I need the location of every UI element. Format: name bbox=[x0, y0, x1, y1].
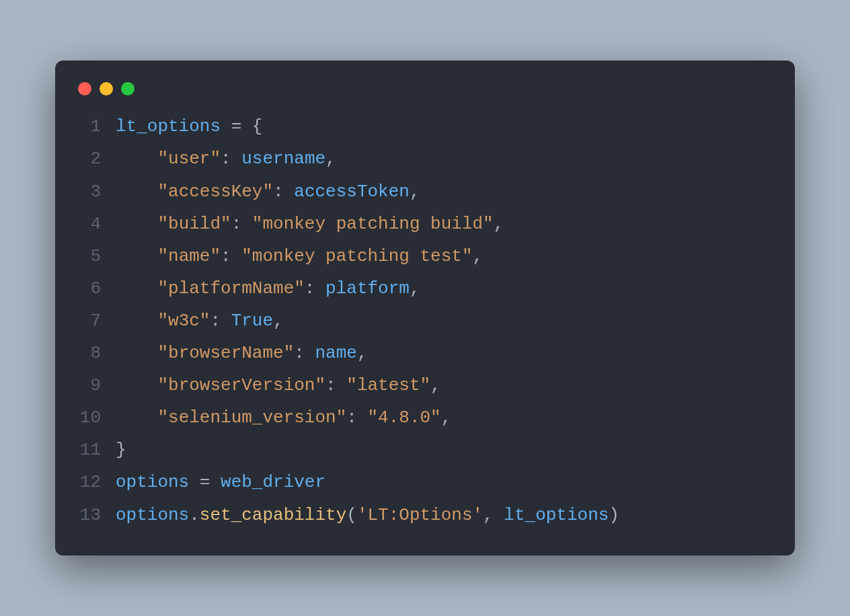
token-ident: options bbox=[116, 505, 189, 525]
token-punct: : bbox=[294, 343, 305, 363]
token-punct: , bbox=[473, 246, 484, 266]
token-str: "monkey patching test" bbox=[241, 246, 472, 266]
token-ident: platform bbox=[325, 278, 410, 299]
token-var bbox=[241, 116, 252, 137]
token-key: "accessKey" bbox=[157, 182, 273, 202]
token-key: "browserName" bbox=[157, 343, 294, 363]
token-punct: : bbox=[210, 311, 221, 331]
token-punct: , bbox=[273, 311, 284, 331]
code-line: 10 "selenium_version": "4.8.0", bbox=[77, 401, 773, 434]
line-number: 9 bbox=[77, 369, 116, 401]
code-line: 13options.set_capability('LT:Options', l… bbox=[77, 499, 773, 531]
token-ident: name bbox=[315, 343, 356, 363]
token-punct: : bbox=[273, 182, 284, 202]
code-line: 2 "user": username, bbox=[77, 143, 773, 175]
token-punct: : bbox=[305, 278, 315, 299]
code-line: 3 "accessKey": accessToken, bbox=[77, 176, 773, 208]
token-func: set_capability bbox=[200, 505, 346, 525]
line-content: lt_options = { bbox=[116, 110, 773, 143]
window-titlebar bbox=[77, 79, 773, 110]
code-window: 1lt_options = {2 "user": username,3 "acc… bbox=[55, 61, 795, 555]
token-punct: : bbox=[221, 246, 231, 266]
line-number: 10 bbox=[77, 401, 116, 434]
token-op: = bbox=[200, 472, 210, 492]
token-var bbox=[116, 278, 157, 299]
token-str: "latest" bbox=[346, 375, 430, 395]
token-ident: web_driver bbox=[221, 472, 325, 492]
token-var bbox=[116, 375, 157, 395]
line-content: } bbox=[116, 434, 773, 466]
code-line: 4 "build": "monkey patching build", bbox=[77, 208, 773, 240]
token-punct: , bbox=[410, 182, 420, 202]
token-str: "monkey patching build" bbox=[252, 214, 494, 234]
token-punct: : bbox=[346, 408, 357, 428]
token-op: = bbox=[231, 116, 242, 137]
token-var bbox=[221, 116, 231, 137]
code-line: 11} bbox=[77, 434, 773, 466]
window-minimize-icon[interactable] bbox=[100, 82, 113, 95]
token-str: "4.8.0" bbox=[368, 408, 441, 428]
line-content: options = web_driver bbox=[116, 466, 773, 498]
token-var bbox=[210, 472, 221, 492]
code-line: 6 "platformName": platform, bbox=[77, 272, 773, 305]
token-var bbox=[284, 182, 295, 202]
line-number: 2 bbox=[77, 143, 116, 175]
token-var bbox=[315, 278, 325, 299]
token-var bbox=[116, 311, 157, 331]
token-var bbox=[189, 472, 200, 492]
line-number: 8 bbox=[77, 337, 116, 369]
token-var bbox=[116, 343, 157, 363]
code-line: 7 "w3c": True, bbox=[77, 305, 773, 337]
token-var bbox=[116, 182, 157, 202]
token-var bbox=[116, 246, 157, 266]
token-punct: ( bbox=[346, 505, 357, 525]
code-line: 8 "browserName": name, bbox=[77, 337, 773, 369]
token-str: 'LT:Options' bbox=[357, 505, 483, 525]
line-content: "w3c": True, bbox=[116, 305, 773, 337]
token-punct: . bbox=[189, 505, 200, 525]
token-var bbox=[241, 214, 252, 234]
token-punct: , bbox=[483, 505, 494, 525]
token-ident: username bbox=[241, 149, 325, 169]
line-number: 11 bbox=[77, 434, 116, 466]
token-punct: , bbox=[430, 375, 441, 395]
code-block: 1lt_options = {2 "user": username,3 "acc… bbox=[77, 110, 773, 531]
token-var bbox=[336, 375, 347, 395]
window-close-icon[interactable] bbox=[78, 82, 91, 95]
line-content: "browserName": name, bbox=[116, 337, 773, 369]
token-key: "build" bbox=[157, 214, 231, 234]
code-line: 5 "name": "monkey patching test", bbox=[77, 240, 773, 272]
code-line: 12options = web_driver bbox=[77, 466, 773, 498]
token-punct: ) bbox=[609, 505, 619, 525]
token-punct: , bbox=[325, 149, 336, 169]
token-const: True bbox=[231, 311, 273, 331]
token-var bbox=[116, 149, 157, 169]
line-content: "selenium_version": "4.8.0", bbox=[116, 401, 773, 434]
line-number: 1 bbox=[77, 110, 116, 143]
line-number: 5 bbox=[77, 240, 116, 272]
line-content: "build": "monkey patching build", bbox=[116, 208, 773, 240]
token-var bbox=[116, 408, 157, 428]
token-punct: { bbox=[252, 116, 263, 137]
token-key: "w3c" bbox=[157, 311, 210, 331]
window-zoom-icon[interactable] bbox=[121, 82, 134, 95]
token-var bbox=[231, 149, 242, 169]
token-ident: lt_options bbox=[504, 505, 609, 525]
line-content: "browserVersion": "latest", bbox=[116, 369, 773, 401]
token-punct: , bbox=[357, 343, 368, 363]
token-var bbox=[116, 214, 157, 234]
line-number: 6 bbox=[77, 272, 116, 305]
token-var bbox=[221, 311, 231, 331]
token-punct: , bbox=[410, 278, 420, 299]
token-key: "user" bbox=[157, 149, 221, 169]
token-punct: , bbox=[441, 408, 452, 428]
token-var bbox=[231, 246, 242, 266]
line-content: "user": username, bbox=[116, 143, 773, 175]
token-punct: } bbox=[116, 440, 126, 460]
line-content: options.set_capability('LT:Options', lt_… bbox=[116, 499, 773, 531]
token-ident: accessToken bbox=[294, 182, 410, 202]
token-var bbox=[305, 343, 315, 363]
token-key: "name" bbox=[157, 246, 221, 266]
code-line: 9 "browserVersion": "latest", bbox=[77, 369, 773, 401]
token-punct: : bbox=[231, 214, 242, 234]
